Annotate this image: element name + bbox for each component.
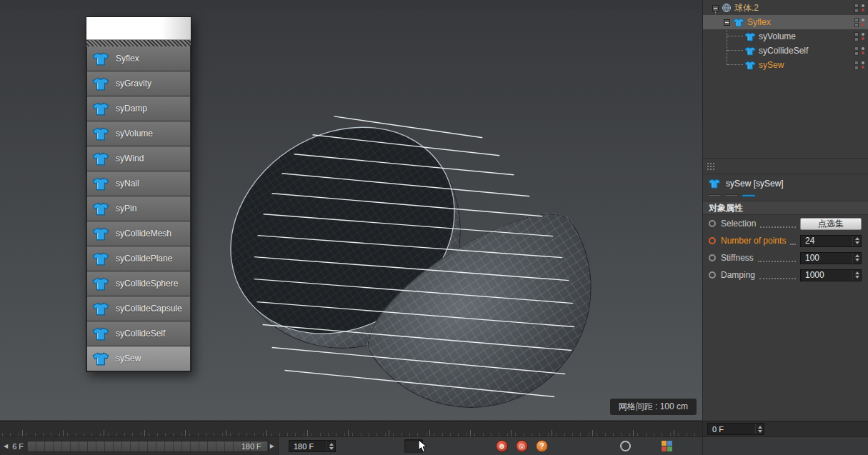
tree-row-sphere[interactable]: 球体.2 [703, 1, 868, 15]
object-properties-section-header[interactable]: 对象属性 [703, 201, 868, 215]
number-field[interactable]: 24 [800, 235, 862, 247]
palette-item-label: sySew [116, 354, 141, 364]
number-field-value: 24 [805, 236, 814, 246]
visibility-toggles[interactable] [854, 18, 864, 27]
autokeying-button[interactable]: ◎ [516, 440, 528, 452]
keyframe-dot-icon[interactable] [709, 271, 716, 279]
mouse-cursor [418, 439, 427, 453]
record-button-glyph: ◎ [519, 442, 525, 450]
number-field-stepper[interactable] [852, 253, 861, 264]
shirt-icon [92, 52, 109, 66]
tree-row-syvolume[interactable]: syVolume [703, 29, 868, 44]
timeline-tick-label [369, 421, 409, 436]
keyframe-dot-icon[interactable] [709, 220, 716, 227]
palette-item-synail[interactable]: syNail [86, 171, 191, 196]
attribute-label: Selection [721, 219, 756, 229]
tab-coordinates[interactable] [724, 194, 739, 197]
tree-row-syflex[interactable]: Syflex [703, 15, 868, 29]
attribute-title: sySew [sySew] [703, 174, 868, 193]
palette-item-sycollidesphere[interactable]: syCollideSphere [86, 271, 191, 296]
tree-row-sycollideself[interactable]: syCollideSelf [703, 44, 868, 58]
visibility-dots-icon[interactable] [862, 19, 864, 26]
palette-grip[interactable] [86, 40, 191, 46]
layer-palette-icon[interactable] [662, 441, 672, 451]
attr-row-number-of-points: Number of points 24 24 [703, 232, 868, 249]
tab-basic[interactable] [707, 194, 722, 197]
number-field[interactable]: 100 [800, 252, 862, 264]
previous-frame-button[interactable] [384, 439, 403, 453]
keyframe-dot-icon[interactable] [709, 254, 716, 261]
range-thumb[interactable]: 180 F [26, 441, 269, 452]
previous-key-button[interactable] [364, 439, 383, 453]
goto-start-button[interactable] [344, 439, 363, 453]
current-frame-field[interactable]: 0 F [707, 423, 764, 435]
transport-buttons [344, 439, 483, 453]
visibility-toggles[interactable] [854, 61, 864, 70]
layer-chip-icon[interactable] [854, 4, 859, 13]
palette-item-syvolume[interactable]: syVolume [86, 121, 191, 146]
record-active-objects-button[interactable]: ⊕ [496, 440, 508, 452]
timeline-tick-label [409, 421, 450, 436]
goto-end-button[interactable] [464, 439, 483, 453]
key-parameter-button[interactable] [620, 441, 631, 451]
palette-item-sycollidemesh[interactable]: syCollideMesh [86, 221, 191, 246]
palette-item-sydamp[interactable]: syDamp [86, 96, 191, 121]
shirt-icon [92, 77, 109, 91]
palette-item-syflex[interactable]: Syflex [86, 46, 191, 71]
layer-chip-icon[interactable] [854, 18, 859, 27]
layer-chip-icon[interactable] [854, 46, 859, 56]
key-pla-button[interactable] [637, 440, 650, 453]
panel-grip-icon[interactable] [707, 162, 715, 171]
number-field-stepper[interactable] [852, 236, 861, 246]
visibility-dots-icon[interactable] [862, 61, 864, 69]
key-scale-button[interactable] [582, 440, 594, 453]
visibility-toggles[interactable] [854, 46, 864, 56]
number-field-stepper[interactable] [852, 270, 861, 281]
layer-chip-icon[interactable] [854, 61, 859, 70]
key-position-button[interactable] [562, 440, 575, 453]
current-frame-value: 0 F [712, 425, 724, 434]
range-right-arrow-icon[interactable]: ▶ [269, 443, 276, 449]
viewport-canvas[interactable]: Syflex syGravity syDamp syVolume [0, 9, 702, 421]
visibility-toggles[interactable] [854, 32, 864, 41]
next-key-button[interactable] [444, 439, 463, 453]
range-left-arrow-icon[interactable]: ◀ [2, 443, 9, 449]
attribute-label: Damping [721, 270, 755, 280]
expander-icon[interactable] [712, 5, 719, 11]
layer-chip-icon[interactable] [854, 32, 859, 41]
palette-item-sygravity[interactable]: syGravity [86, 71, 191, 96]
point-selection-button[interactable]: 点选集 [800, 218, 862, 230]
tree-row-sysew[interactable]: sySew [703, 58, 868, 72]
timeline-ruler[interactable] [0, 421, 702, 436]
palette-header[interactable] [86, 17, 191, 40]
dotted-leader [759, 276, 796, 279]
palette-item-sysew[interactable]: sySew [86, 346, 191, 371]
palette-item-sycollidecapsule[interactable]: syCollideCapsule [86, 296, 191, 321]
keyframe-dot-icon[interactable] [709, 237, 716, 244]
visibility-dots-icon[interactable] [862, 47, 864, 54]
visibility-toggles[interactable] [854, 4, 864, 13]
expander-icon[interactable] [724, 19, 730, 26]
palette-item-sywind[interactable]: syWind [86, 146, 191, 171]
palette-item-sypin[interactable]: syPin [86, 196, 191, 221]
timeline-tick-label [572, 421, 613, 436]
range-start-label: 6 F [9, 442, 26, 451]
end-frame-stepper[interactable] [326, 441, 335, 451]
timeline-range-slider[interactable]: ◀ 6 F 180 F ▶ [0, 437, 279, 455]
current-frame-stepper[interactable] [755, 424, 764, 434]
visibility-dots-icon[interactable] [862, 33, 864, 40]
keyframe-selection-button[interactable]: ? [536, 440, 548, 452]
number-field[interactable]: 1000 [800, 269, 862, 281]
key-rotation-button[interactable] [601, 440, 614, 453]
timeline-tick-label [246, 421, 287, 436]
palette-item-sycollideself[interactable]: syCollideSelf [86, 321, 191, 346]
timeline-tick-label [165, 421, 206, 436]
keying-toggles [562, 440, 650, 453]
palette-item-sycollideplane[interactable]: syCollidePlane [86, 246, 191, 271]
end-frame-field[interactable]: 180 F [289, 440, 336, 452]
visibility-dots-icon[interactable] [862, 4, 864, 11]
palette-item-label: syVolume [116, 129, 153, 139]
palette-item-label: Syflex [116, 54, 139, 64]
current-frame-area: 0 F [703, 421, 868, 436]
tab-object[interactable] [742, 194, 756, 197]
